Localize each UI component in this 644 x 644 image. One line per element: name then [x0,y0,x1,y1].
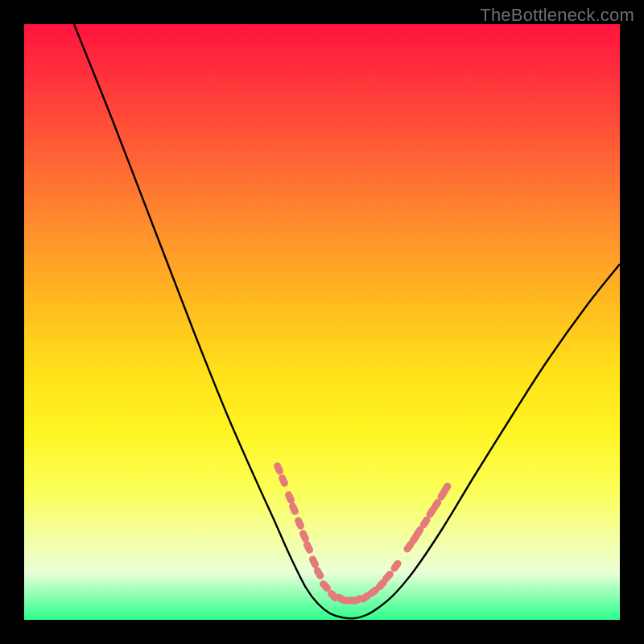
curve-marker [299,529,311,543]
chart-svg [24,24,620,620]
marker-group [273,461,452,605]
chart-area [24,24,620,620]
curve-marker [278,473,290,488]
curve-marker [303,540,315,555]
curve-marker [312,566,325,580]
curve-marker [288,502,300,516]
watermark-text: TheBottleneck.com [480,5,634,26]
curve-marker [284,490,296,505]
curve-marker [308,555,320,569]
bottleneck-curve [74,24,620,618]
curve-marker [294,516,306,530]
curve-marker [273,461,285,476]
